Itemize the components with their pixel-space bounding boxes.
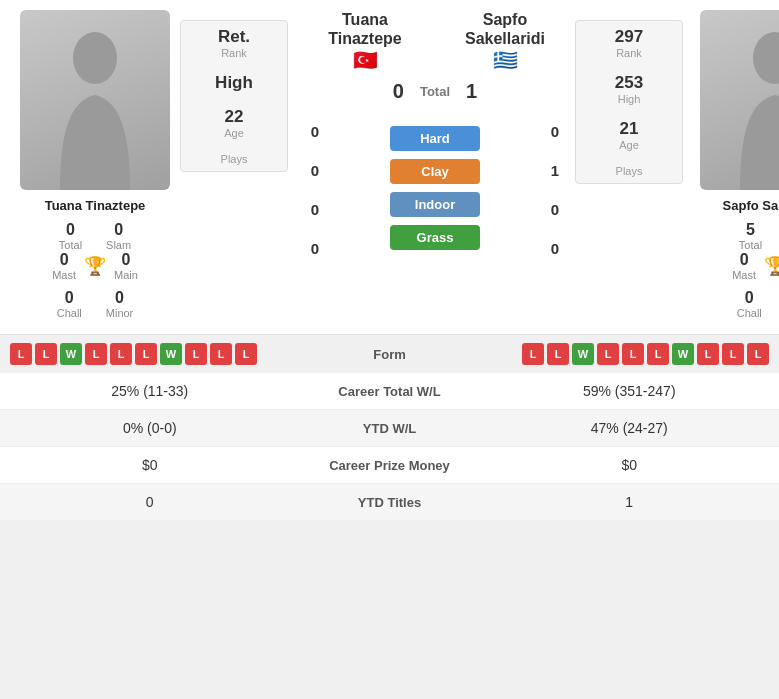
left-surface-scores: 0000	[295, 113, 335, 262]
right-chall-value: 0	[745, 289, 754, 307]
right-mast-label: Mast	[732, 269, 756, 281]
right-side-panel: 297 Rank 253 High 21 Age Plays	[575, 20, 683, 184]
left-high-item: High	[215, 73, 253, 93]
right-high-item: 253 High	[615, 73, 643, 105]
right-surface-score: 0	[551, 117, 559, 145]
left-minor-stat: 0 Minor	[106, 289, 134, 319]
left-total-stat: 0 Total	[59, 221, 82, 251]
left-form-badge: L	[235, 343, 257, 365]
stat-row-left-value: 0	[10, 494, 290, 510]
left-chall-value: 0	[65, 289, 74, 307]
left-form-badge: L	[135, 343, 157, 365]
left-main-value: 0	[121, 251, 130, 269]
surface-badge-hard: Hard	[390, 126, 480, 151]
left-mast-label: Mast	[52, 269, 76, 281]
left-total-score: 0	[393, 80, 404, 103]
left-rank-value: Ret.	[218, 27, 250, 47]
right-form-badge: L	[622, 343, 644, 365]
right-high-value: 253	[615, 73, 643, 93]
right-player-col: Sapfo Sakellaridi 5 Total 0 Slam 0 Mast …	[690, 10, 779, 319]
left-form-badge: L	[85, 343, 107, 365]
stat-row: 0% (0-0)YTD W/L47% (24-27)	[0, 410, 779, 447]
left-surface-score: 0	[311, 234, 319, 262]
right-silhouette-icon	[730, 30, 779, 190]
stat-row-right-value: 59% (351-247)	[490, 383, 770, 399]
left-player-name-flag: Tuana Tinaztepe	[45, 198, 146, 213]
stat-row-right-value: 1	[490, 494, 770, 510]
left-form-badge: L	[35, 343, 57, 365]
form-label: Form	[300, 347, 480, 362]
left-minor-value: 0	[115, 289, 124, 307]
left-chall-label: Chall	[57, 307, 82, 319]
right-form-badge: L	[522, 343, 544, 365]
right-name-line2: Sakellaridi	[435, 29, 575, 48]
left-flag: 🇹🇷	[295, 48, 435, 72]
left-mast-stat: 0 Mast	[52, 251, 76, 281]
left-player-avatar	[20, 10, 170, 190]
left-stats-row3: 0 Chall 0 Minor	[57, 289, 134, 319]
left-age-value: 22	[225, 107, 244, 127]
left-form-badge: L	[185, 343, 207, 365]
left-minor-label: Minor	[106, 307, 134, 319]
stats-rows: 25% (11-33)Career Total W/L59% (351-247)…	[0, 373, 779, 521]
left-main-stat: 0 Main	[114, 251, 138, 281]
right-trophy-icon: 🏆	[764, 255, 779, 277]
right-surface-score: 1	[551, 156, 559, 184]
surfaces-list: HardClayIndoorGrass	[335, 126, 535, 250]
right-total-value: 5	[746, 221, 755, 239]
right-chall-label: Chall	[737, 307, 762, 319]
right-stats-row3: 0 Chall 5 Minor	[737, 289, 779, 319]
bottom-section: LLWLLLWLLL Form LLWLLLWLLL 25% (11-33)Ca…	[0, 334, 779, 521]
right-total-score: 1	[466, 80, 477, 103]
right-total-label: Total	[739, 239, 762, 251]
stat-row-label: Career Prize Money	[290, 458, 490, 473]
left-form-badge: L	[110, 343, 132, 365]
left-chall-stat: 0 Chall	[57, 289, 82, 319]
left-form-badge: W	[60, 343, 82, 365]
total-score-row: 0 Total 1	[393, 80, 477, 103]
stat-row-label: YTD Titles	[290, 495, 490, 510]
left-mast-value: 0	[60, 251, 69, 269]
left-player-col: Tuana Tinaztepe 0 Total 0 Slam 0 Mast 🏆	[10, 10, 180, 319]
stat-row: 0YTD Titles1	[0, 484, 779, 521]
left-slam-value: 0	[114, 221, 123, 239]
left-high-value: High	[215, 73, 253, 93]
total-label: Total	[420, 84, 450, 99]
right-rank-label: Rank	[616, 47, 642, 59]
right-player-name-flag: Sapfo Sakellaridi	[723, 198, 779, 213]
left-form-badge: L	[10, 343, 32, 365]
right-chall-stat: 0 Chall	[737, 289, 762, 319]
stat-row-left-value: 25% (11-33)	[10, 383, 290, 399]
right-form-badge: W	[672, 343, 694, 365]
left-slam-label: Slam	[106, 239, 131, 251]
left-player-header: Tuana Tinaztepe 🇹🇷	[295, 10, 435, 72]
left-plays-item: Plays	[221, 153, 248, 165]
left-silhouette-icon	[50, 30, 140, 190]
left-main-label: Main	[114, 269, 138, 281]
surface-row: Clay	[335, 159, 535, 184]
right-form-badge: L	[722, 343, 744, 365]
left-trophy-icon: 🏆	[84, 255, 106, 277]
right-age-item: 21 Age	[619, 119, 639, 151]
surface-row: Indoor	[335, 192, 535, 217]
right-high-label: High	[618, 93, 641, 105]
top-section: Tuana Tinaztepe 0 Total 0 Slam 0 Mast 🏆	[0, 0, 779, 329]
left-form-badges: LLWLLLWLLL	[10, 343, 300, 365]
right-surface-scores: 0100	[535, 113, 575, 262]
stat-row-label: Career Total W/L	[290, 384, 490, 399]
center-col: Tuana Tinaztepe 🇹🇷 Sapfo Sakellaridi 🇬🇷 …	[295, 10, 575, 262]
right-mast-stat: 0 Mast	[732, 251, 756, 281]
right-age-value: 21	[620, 119, 639, 139]
svg-point-0	[73, 32, 117, 84]
left-stats-row2: 0 Mast 🏆 0 Main	[52, 251, 138, 281]
left-form-badge: L	[210, 343, 232, 365]
left-age-item: 22 Age	[224, 107, 244, 139]
stat-row-label: YTD W/L	[290, 421, 490, 436]
right-stats-row1: 5 Total 0 Slam	[739, 221, 779, 251]
surface-row: Hard	[335, 126, 535, 151]
stat-row-left-value: 0% (0-0)	[10, 420, 290, 436]
right-form-badge: L	[747, 343, 769, 365]
right-rank-value: 297	[615, 27, 643, 47]
right-surface-score: 0	[551, 195, 559, 223]
left-surface-score: 0	[311, 156, 319, 184]
